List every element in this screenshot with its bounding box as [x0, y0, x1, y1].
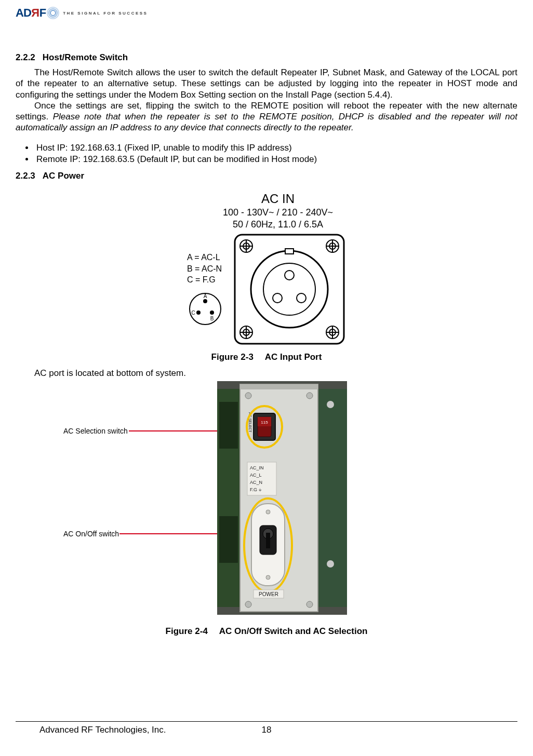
- logo-text-ad: AD: [16, 6, 31, 20]
- svg-text:B: B: [210, 316, 214, 321]
- svg-point-28: [273, 293, 282, 303]
- svg-text:AC_IN: AC_IN: [250, 465, 264, 470]
- svg-rect-35: [219, 402, 238, 449]
- svg-rect-36: [219, 516, 238, 563]
- callout-ac-onoff: AC On/Off switch: [63, 530, 119, 538]
- svg-point-59: [266, 510, 270, 514]
- heading-title: AC Power: [43, 171, 84, 181]
- logo-waves-icon: [47, 7, 59, 19]
- figure-2-4-title: AC On/Off Switch and AC Selection: [219, 626, 368, 636]
- figure-2-3-number: Figure 2-3: [211, 352, 254, 362]
- bullet-host-ip: Host IP: 192.168.63.1 (Fixed IP, unable …: [34, 143, 517, 153]
- ip-bullet-list: Host IP: 192.168.63.1 (Fixed IP, unable …: [16, 143, 517, 165]
- logo-text-f: F: [39, 6, 46, 20]
- pin-legend: A = AC-L B = AC-N C = F.G: [187, 252, 222, 286]
- ac-in-label-block: AC IN 100 - 130V~ / 210 - 240V~ 50 / 60H…: [223, 191, 333, 231]
- svg-rect-58: [266, 533, 270, 548]
- figure-2-3-caption: Figure 2-3AC Input Port: [211, 352, 322, 362]
- page-footer: Advanced RF Technologies, Inc. 18: [16, 721, 517, 735]
- svg-point-3: [210, 310, 214, 315]
- heading-title: Host/Remote Switch: [43, 52, 128, 62]
- figure-2-4-number: Figure 2-4: [166, 626, 208, 636]
- svg-point-41: [245, 601, 251, 608]
- heading-number: 2.2.2: [16, 52, 35, 63]
- small-connector-icon: A C B: [187, 291, 223, 327]
- bullet-remote-ip: Remote IP: 192.168.63.5 (Default IP, but…: [34, 154, 517, 165]
- para-222-2b: Please note that when the repeater is se…: [16, 112, 517, 132]
- svg-point-39: [245, 393, 251, 399]
- svg-text:AC_N: AC_N: [250, 480, 262, 485]
- heading-number: 2.2.3: [16, 171, 35, 181]
- callout-ac-selection: AC Selection switch: [63, 427, 128, 435]
- footer-page-number: 18: [262, 725, 272, 735]
- ac-input-port-diagram: [233, 233, 346, 346]
- ac-in-title: AC IN: [223, 191, 333, 207]
- heading-2-2-2: 2.2.2Host/Remote Switch: [16, 52, 517, 63]
- ac-in-spec-1: 100 - 130V~ / 210 - 240V~: [223, 207, 333, 219]
- para-222-1: The Host/Remote Switch allows the user t…: [16, 67, 517, 100]
- svg-point-40: [307, 393, 313, 399]
- ac-switch-photo: AC SELECT 115 AC_IN AC_L AC_N F.G ⏚: [217, 381, 347, 615]
- svg-point-33: [327, 401, 334, 408]
- pin-legend-b: B = AC-N: [187, 263, 222, 275]
- figure-2-4: AC Selection switch AC On/Off switch: [16, 381, 517, 620]
- svg-point-42: [307, 601, 313, 608]
- page-header: ADRF THE SIGNAL FOR SUCCESS: [16, 0, 517, 23]
- ac-in-spec-2: 50 / 60Hz, 11.0 / 6.5A: [223, 219, 333, 231]
- logo-text-r: R: [31, 6, 39, 20]
- svg-point-29: [297, 293, 306, 303]
- logo-tagline: THE SIGNAL FOR SUCCESS: [63, 11, 148, 16]
- footer-company: Advanced RF Technologies, Inc.: [39, 725, 166, 735]
- svg-point-24: [251, 251, 328, 328]
- pin-legend-a: A = AC-L: [187, 252, 222, 263]
- para-222-2: Once the settings are set, flipping the …: [16, 100, 517, 133]
- adrf-logo: ADRF: [16, 6, 59, 20]
- pin-legend-c: C = F.G: [187, 274, 222, 286]
- svg-text:POWER: POWER: [259, 591, 278, 597]
- svg-point-1: [203, 299, 207, 303]
- svg-rect-38: [240, 384, 318, 389]
- svg-point-34: [327, 560, 334, 568]
- svg-point-2: [196, 310, 201, 315]
- figure-2-3-title: AC Input Port: [265, 352, 322, 362]
- svg-rect-32: [318, 389, 347, 607]
- svg-text:A: A: [204, 293, 207, 299]
- svg-rect-25: [285, 249, 294, 254]
- svg-point-27: [285, 271, 294, 280]
- figure-2-3: AC IN 100 - 130V~ / 210 - 240V~ 50 / 60H…: [16, 191, 517, 363]
- heading-2-2-3: 2.2.3AC Power: [16, 171, 517, 181]
- figure-2-4-caption: Figure 2-4AC On/Off Switch and AC Select…: [16, 626, 517, 637]
- svg-point-60: [266, 575, 270, 579]
- ac-port-location-text: AC port is located at bottom of system.: [16, 368, 517, 379]
- svg-text:AC_L: AC_L: [250, 473, 262, 478]
- svg-text:C: C: [191, 310, 195, 316]
- svg-text:F.G ⏚: F.G ⏚: [250, 487, 262, 492]
- svg-text:115: 115: [261, 420, 268, 425]
